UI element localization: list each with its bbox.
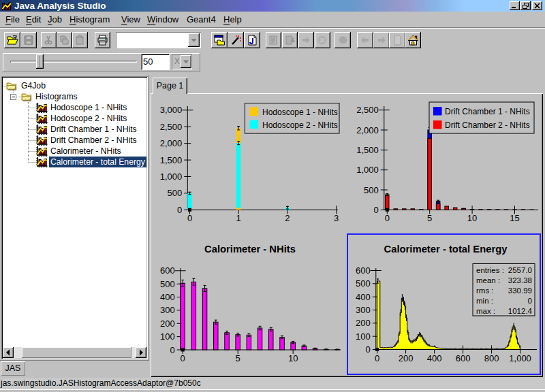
svg-text:1,000: 1,000 (356, 165, 379, 175)
svg-text:400: 400 (160, 292, 175, 302)
svg-text:3,000: 3,000 (160, 105, 183, 115)
svg-text:Calorimeter - NHits: Calorimeter - NHits (204, 244, 296, 255)
svg-text:15: 15 (510, 213, 519, 223)
svg-text:10: 10 (467, 213, 477, 223)
svg-text:0: 0 (375, 353, 379, 363)
svg-text:2,000: 2,000 (356, 125, 379, 135)
svg-text:0: 0 (528, 297, 532, 305)
svg-text:entries :: entries : (476, 266, 504, 274)
svg-text:200: 200 (399, 353, 414, 363)
svg-text:330.99: 330.99 (508, 287, 532, 295)
svg-text:max :: max : (476, 307, 495, 315)
svg-text:min :: min : (476, 297, 493, 305)
svg-text:400: 400 (427, 353, 442, 363)
svg-text:Calorimeter - total Energy: Calorimeter - total Energy (384, 244, 508, 255)
svg-text:3: 3 (334, 213, 339, 223)
svg-text:400: 400 (356, 292, 371, 302)
svg-text:500: 500 (160, 279, 175, 289)
svg-text:mean :: mean : (476, 276, 500, 284)
svg-text:100: 100 (356, 331, 371, 342)
svg-text:0: 0 (385, 213, 390, 223)
svg-text:323.38: 323.38 (508, 276, 532, 284)
svg-text:500: 500 (168, 188, 183, 198)
svg-text:2: 2 (285, 213, 290, 223)
svg-text:1012.4: 1012.4 (508, 307, 533, 315)
svg-text:2,500: 2,500 (356, 105, 379, 115)
svg-text:1: 1 (236, 213, 241, 223)
svg-text:0: 0 (366, 344, 371, 355)
svg-text:5: 5 (236, 353, 240, 363)
svg-text:1,500: 1,500 (356, 145, 379, 155)
svg-text:300: 300 (356, 305, 371, 315)
svg-text:600: 600 (456, 353, 471, 363)
svg-text:1,000: 1,000 (160, 172, 183, 182)
svg-text:2,000: 2,000 (160, 138, 183, 148)
svg-text:200: 200 (356, 318, 371, 328)
svg-text:0: 0 (187, 213, 192, 223)
svg-text:800: 800 (484, 353, 499, 363)
svg-text:2,500: 2,500 (160, 122, 183, 132)
svg-text:2557.0: 2557.0 (508, 266, 532, 274)
svg-text:5: 5 (427, 213, 432, 223)
svg-text:Hodoscope 2 - NHits: Hodoscope 2 - NHits (262, 120, 338, 130)
svg-text:0: 0 (177, 205, 182, 215)
svg-text:600: 600 (356, 265, 371, 276)
svg-text:600: 600 (160, 265, 175, 276)
svg-text:0: 0 (181, 353, 185, 363)
svg-text:500: 500 (356, 278, 371, 289)
svg-text:300: 300 (160, 305, 175, 315)
svg-text:1,000: 1,000 (509, 353, 531, 363)
svg-text:200: 200 (160, 318, 175, 329)
svg-text:500: 500 (364, 185, 379, 195)
svg-text:0: 0 (170, 345, 174, 355)
svg-text:10: 10 (288, 353, 298, 363)
svg-text:Hodoscope 1 - NHits: Hodoscope 1 - NHits (262, 108, 338, 117)
svg-text:100: 100 (160, 331, 175, 342)
svg-text:1,500: 1,500 (160, 155, 183, 165)
svg-text:Drift Chamber 1 - NHits: Drift Chamber 1 - NHits (445, 107, 530, 116)
svg-text:Drift Chamber 2 - NHits: Drift Chamber 2 - NHits (445, 120, 530, 130)
svg-text:rms :: rms : (476, 287, 494, 295)
svg-text:0: 0 (374, 205, 379, 215)
